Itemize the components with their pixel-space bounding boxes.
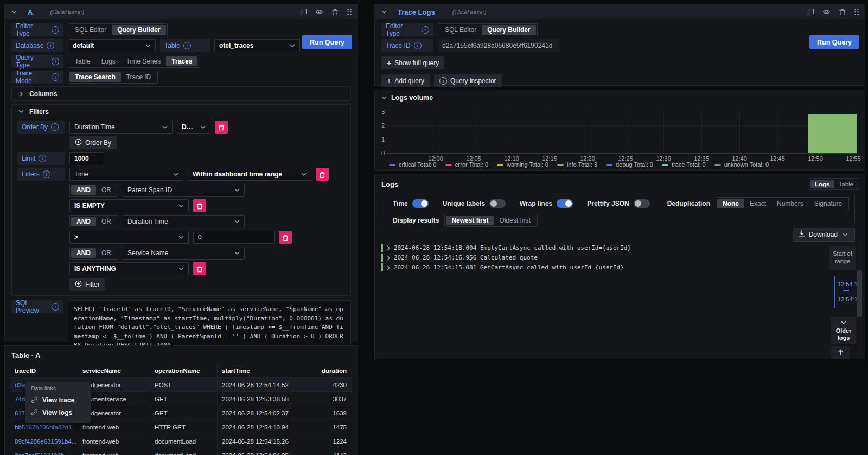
show-full-query-button[interactable]: + Show full query xyxy=(381,56,444,69)
option-newest-first[interactable]: Newest first xyxy=(446,216,494,225)
drag-handle-icon[interactable] xyxy=(854,8,859,16)
toggle-switch[interactable] xyxy=(489,199,506,208)
legend-item-critical[interactable]: critical Total: 0 xyxy=(389,161,437,168)
info-icon[interactable]: i xyxy=(43,170,50,178)
legend-item-trace[interactable]: trace Total: 0 xyxy=(662,161,706,168)
option-oldest-first[interactable]: Oldest first xyxy=(494,216,535,225)
trace-id-value[interactable]: d2a7155ef6a928a05680e5ff6190241d xyxy=(438,39,559,52)
option-trace-search[interactable]: Trace Search xyxy=(69,72,121,82)
column-header-operationName[interactable]: operationName xyxy=(150,364,218,377)
legend-item-error[interactable]: error Total: 0 xyxy=(445,161,489,168)
collapse-query-icon[interactable] xyxy=(380,8,388,16)
columns-section-header[interactable]: Columns xyxy=(12,87,350,100)
add-filter-button[interactable]: Filter xyxy=(69,278,105,291)
table-select[interactable]: otel_traces xyxy=(214,39,300,52)
view-trace-link[interactable]: View trace xyxy=(31,394,85,406)
condition-value-input[interactable]: 0 xyxy=(193,231,275,244)
condition-field-select[interactable]: Service Name xyxy=(123,247,245,260)
dedup-signature[interactable]: Signature xyxy=(809,199,847,208)
tab-logs[interactable]: Logs xyxy=(810,180,834,188)
info-icon[interactable]: i xyxy=(47,42,54,49)
database-select[interactable]: default xyxy=(68,39,156,52)
option-query-builder[interactable]: Query Builder xyxy=(112,25,165,35)
filters-section-header[interactable]: Filters xyxy=(12,105,350,118)
download-button[interactable]: Download xyxy=(793,228,855,242)
column-header-serviceName[interactable]: serviceName xyxy=(78,364,150,377)
log-line[interactable]: 2024-06-28 12:54:18.004 EmptyCartAsync c… xyxy=(381,244,802,252)
log-line[interactable]: 2024-06-28 12:54:16.956 Calculated quote xyxy=(381,254,802,262)
older-logs-button[interactable]: Older logs xyxy=(831,317,857,344)
option-and[interactable]: AND xyxy=(71,185,96,195)
info-icon[interactable]: i xyxy=(414,42,422,49)
delete-query-icon[interactable] xyxy=(331,8,339,16)
option-or[interactable]: OR xyxy=(96,248,117,258)
legend-item-unknown[interactable]: unknown Total: 0 xyxy=(714,161,769,168)
toggle-switch[interactable] xyxy=(412,199,429,208)
drag-handle-icon[interactable] xyxy=(347,8,352,16)
trace-id-link[interactable]: 9ec7acf6134192b... xyxy=(10,448,78,455)
order-by-direction-select[interactable]: DESC xyxy=(177,121,210,134)
delete-query-icon[interactable] xyxy=(839,8,846,16)
option-trace-id[interactable]: Trace ID xyxy=(121,72,157,82)
duplicate-query-icon[interactable] xyxy=(807,8,814,16)
column-header-startTime[interactable]: startTime xyxy=(218,364,289,377)
option-and[interactable]: AND xyxy=(71,248,96,258)
condition-operator-select[interactable]: IS EMPTY xyxy=(69,199,189,212)
legend-item-debug[interactable]: debug Total: 0 xyxy=(606,161,653,168)
add-query-button[interactable]: + Add query xyxy=(381,74,430,87)
condition-operator-select[interactable]: > xyxy=(69,231,189,244)
column-header-duration[interactable]: duration xyxy=(289,364,352,377)
option-sql-editor[interactable]: SQL Editor xyxy=(439,25,482,35)
duplicate-query-icon[interactable] xyxy=(299,8,307,16)
hide-query-icon[interactable] xyxy=(315,9,323,15)
option-logs[interactable]: Logs xyxy=(96,56,121,66)
info-icon[interactable]: i xyxy=(52,303,59,311)
collapse-query-icon[interactable] xyxy=(10,8,18,16)
query-inspector-button[interactable]: i Query inspector xyxy=(434,74,502,87)
condition-field-select[interactable]: Duration Time xyxy=(123,215,245,228)
remove-condition-button[interactable] xyxy=(193,262,206,275)
dedup-numbers[interactable]: Numbers xyxy=(771,199,809,208)
trace-id-link[interactable]: 89cf4286e631591b4... xyxy=(10,434,78,448)
option-traces[interactable]: Traces xyxy=(166,56,197,66)
filter-field-select[interactable]: Time xyxy=(69,168,183,181)
option-time-series[interactable]: Time Series xyxy=(121,56,167,66)
option-query-builder[interactable]: Query Builder xyxy=(482,25,535,35)
log-volume-bar-info[interactable] xyxy=(808,114,857,153)
info-icon[interactable]: i xyxy=(52,26,59,34)
remove-condition-button[interactable] xyxy=(279,231,292,244)
legend-item-warning[interactable]: warning Total: 0 xyxy=(497,161,548,168)
info-icon[interactable]: i xyxy=(52,73,59,81)
expand-log-icon[interactable] xyxy=(387,245,391,251)
limit-input[interactable]: 1000 xyxy=(69,152,104,165)
expand-log-icon[interactable] xyxy=(387,265,391,270)
dedup-none[interactable]: None xyxy=(717,199,744,208)
order-by-field-select[interactable]: Duration Time xyxy=(69,121,173,134)
remove-condition-button[interactable] xyxy=(193,199,206,212)
legend-item-info[interactable]: info Total: 3 xyxy=(557,161,597,168)
condition-field-select[interactable]: Parent Span ID xyxy=(123,184,245,197)
add-order-by-button[interactable]: Order By xyxy=(69,136,117,149)
scroll-to-top-button[interactable] xyxy=(831,346,850,359)
view-logs-link[interactable]: View logs xyxy=(31,406,85,419)
option-sql-editor[interactable]: SQL Editor xyxy=(69,25,112,35)
log-line[interactable]: 2024-06-28 12:54:15.081 GetCartAsync cal… xyxy=(381,263,802,271)
info-icon[interactable]: i xyxy=(51,123,59,131)
info-icon[interactable]: i xyxy=(52,58,59,65)
toggle-switch[interactable] xyxy=(557,199,573,208)
remove-filter-button[interactable] xyxy=(316,168,329,181)
info-icon[interactable]: i xyxy=(39,155,46,162)
expand-log-icon[interactable] xyxy=(387,255,391,261)
condition-operator-select[interactable]: IS ANYTHING xyxy=(69,262,189,275)
info-icon[interactable]: i xyxy=(422,26,429,34)
tab-table[interactable]: Table xyxy=(834,180,858,188)
dedup-exact[interactable]: Exact xyxy=(744,199,771,208)
hide-query-icon[interactable] xyxy=(822,9,831,15)
option-or[interactable]: OR xyxy=(96,217,117,226)
logs-scrollbar-thumb[interactable] xyxy=(857,270,862,317)
option-or[interactable]: OR xyxy=(96,185,117,195)
info-icon[interactable]: i xyxy=(183,42,191,49)
column-header-traceID[interactable]: traceID xyxy=(10,364,78,377)
option-and[interactable]: AND xyxy=(71,217,96,226)
filter-operator-select[interactable]: Within dashboard time range xyxy=(188,168,311,181)
